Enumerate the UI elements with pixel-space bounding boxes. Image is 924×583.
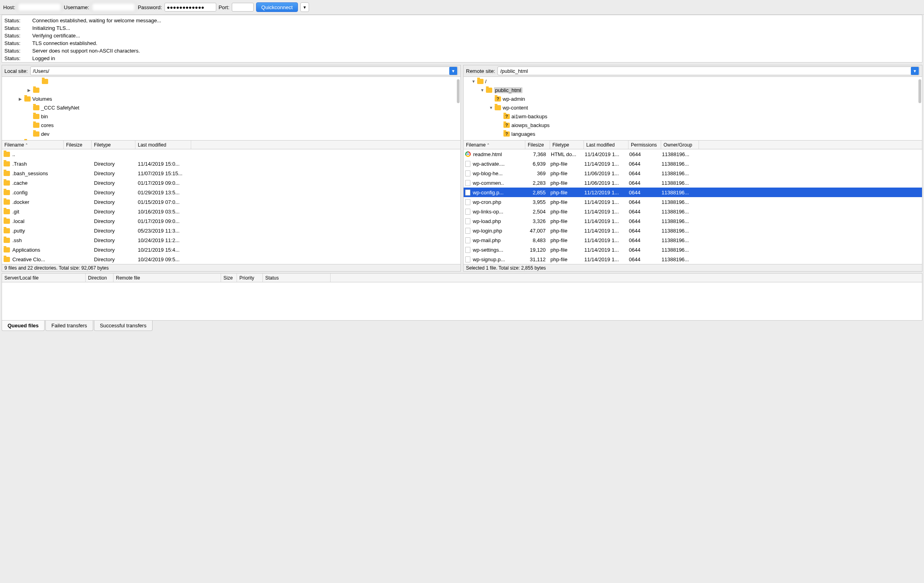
file-row[interactable]: wp-load.php3,326php-file11/14/2019 1...0… <box>464 216 922 226</box>
remote-path-dropdown[interactable]: ▼ <box>911 67 919 75</box>
file-row[interactable]: wp-mail.php8,483php-file11/14/2019 1...0… <box>464 235 922 245</box>
file-row[interactable]: wp-settings...19,120php-file11/14/2019 1… <box>464 245 922 254</box>
local-file-list[interactable]: ...TrashDirectory11/14/2019 15:0....bash… <box>2 149 460 264</box>
disclosure-icon[interactable]: ▼ <box>489 106 493 110</box>
file-row[interactable]: .localDirectory01/17/2019 09:0... <box>2 216 460 226</box>
file-row[interactable]: wp-cron.php3,955php-file11/14/2019 1...0… <box>464 197 922 207</box>
tree-item[interactable]: ?wp-admin <box>464 94 922 103</box>
tab-successful-transfers[interactable]: Successful transfers <box>94 321 153 331</box>
folder-unknown-icon: ? <box>495 96 501 102</box>
cell-owner-group: 11388196... <box>660 151 697 157</box>
file-row[interactable]: ApplicationsDirectory10/21/2019 15:4... <box>2 245 460 254</box>
remote-list-header[interactable]: Filename⌃ Filesize Filetype Last modifie… <box>464 141 922 149</box>
disclosure-icon[interactable]: ▼ <box>480 88 484 92</box>
tab-queued-files[interactable]: Queued files <box>2 321 45 331</box>
file-row[interactable]: .sshDirectory10/24/2019 11:2... <box>2 235 460 245</box>
scrollbar[interactable] <box>457 79 460 103</box>
col-priority[interactable]: Priority <box>237 274 263 282</box>
col-remote-file[interactable]: Remote file <box>114 274 221 282</box>
col-status[interactable]: Status <box>263 274 331 282</box>
col-filename[interactable]: Filename⌃ <box>2 141 64 149</box>
local-tree[interactable]: redacted folder▶redacted folder▶Volumes_… <box>2 77 460 141</box>
file-row[interactable]: readme.html7,368HTML do...11/14/2019 1..… <box>464 149 922 159</box>
folder-icon <box>33 105 39 110</box>
file-row[interactable]: wp-login.php47,007php-file11/14/2019 1..… <box>464 226 922 235</box>
tree-item[interactable]: ▼/ <box>464 77 922 86</box>
tree-item[interactable]: ▶etc <box>2 138 460 141</box>
tree-item[interactable]: dev <box>2 129 460 138</box>
tree-item[interactable]: ▶Volumes <box>2 94 460 103</box>
local-path-input[interactable] <box>49 68 449 74</box>
tree-item[interactable]: ▶redacted folder <box>2 86 460 94</box>
quickconnect-dropdown[interactable]: ▼ <box>300 2 309 12</box>
file-row[interactable]: Creative Clo...Directory10/24/2019 09:5.… <box>2 254 460 264</box>
cell-filetype: Directory <box>92 237 135 243</box>
disclosure-icon[interactable]: ▶ <box>19 141 23 141</box>
col-server-local-file[interactable]: Server/Local file <box>2 274 86 282</box>
file-row[interactable]: .gitDirectory10/16/2019 03:5... <box>2 207 460 216</box>
tree-item[interactable]: bin <box>2 112 460 121</box>
queue-body[interactable] <box>2 282 922 320</box>
tree-item[interactable]: ?languages <box>464 129 922 138</box>
disclosure-icon[interactable]: ▶ <box>19 97 23 101</box>
cell-owner-group: 11388196... <box>659 180 697 186</box>
file-row[interactable]: wp-blog-he...369php-file11/06/2019 1...0… <box>464 168 922 178</box>
cell-last-modified: 11/14/2019 15:0... <box>135 161 191 167</box>
log-message: Deleting "/public_html/wp-config-sample.… <box>32 62 136 63</box>
disclosure-icon[interactable]: ▶ <box>27 88 31 92</box>
tree-item[interactable]: ?ai1wm-backups <box>464 112 922 121</box>
file-row[interactable]: .TrashDirectory11/14/2019 15:0... <box>2 159 460 168</box>
col-permissions[interactable]: Permissions <box>628 141 661 149</box>
password-input[interactable] <box>164 3 216 12</box>
file-row[interactable]: wp-activate....6,939php-file11/14/2019 1… <box>464 159 922 168</box>
disclosure-icon[interactable]: ▼ <box>472 79 476 84</box>
cell-owner-group: 11388196... <box>659 237 697 243</box>
queue-header[interactable]: Server/Local file Direction Remote file … <box>2 274 922 282</box>
tree-item[interactable]: ▼wp-content <box>464 103 922 112</box>
file-row[interactable]: wp-commen..2,283php-file11/06/2019 1...0… <box>464 178 922 188</box>
remote-path-input[interactable] <box>498 68 911 74</box>
file-row[interactable]: .bash_sessionsDirectory11/07/2019 15:15.… <box>2 168 460 178</box>
cell-filename: readme.html <box>471 151 524 157</box>
file-row[interactable]: wp-config.p...2,855php-file11/12/2019 1.… <box>464 188 922 197</box>
tree-item[interactable]: ?aiowps_backups <box>464 121 922 129</box>
tab-failed-transfers[interactable]: Failed transfers <box>45 321 93 331</box>
file-row[interactable]: .puttyDirectory05/23/2019 11:3... <box>2 226 460 235</box>
username-input[interactable] <box>92 3 135 12</box>
queue-tabs: Queued files Failed transfers Successful… <box>2 321 922 331</box>
local-path-dropdown[interactable]: ▼ <box>449 67 457 75</box>
col-filename[interactable]: Filename⌃ <box>464 141 525 149</box>
file-row[interactable]: wp-links-op...2,504php-file11/14/2019 1.… <box>464 207 922 216</box>
col-filesize[interactable]: Filesize <box>64 141 92 149</box>
col-direction[interactable]: Direction <box>86 274 114 282</box>
col-filetype[interactable]: Filetype <box>92 141 135 149</box>
port-input[interactable] <box>232 3 254 12</box>
col-last-modified[interactable]: Last modified <box>135 141 191 149</box>
quickconnect-bar: Host: Username: Password: Port: Quickcon… <box>0 0 924 15</box>
col-filetype[interactable]: Filetype <box>550 141 584 149</box>
remote-file-list[interactable]: readme.html7,368HTML do...11/14/2019 1..… <box>464 149 922 264</box>
host-input[interactable] <box>18 3 61 12</box>
remote-tree[interactable]: ▼/▼public_html?wp-admin▼wp-content?ai1wm… <box>464 77 922 141</box>
tree-item[interactable]: cores <box>2 121 460 129</box>
col-size[interactable]: Size <box>221 274 237 282</box>
file-row[interactable]: .cacheDirectory01/17/2019 09:0... <box>2 178 460 188</box>
file-row[interactable]: .. <box>2 149 460 159</box>
cell-last-modified: 11/14/2019 1... <box>582 199 626 205</box>
col-last-modified[interactable]: Last modified <box>584 141 628 149</box>
file-row[interactable]: .dockerDirectory01/15/2019 07:0... <box>2 197 460 207</box>
log-pane[interactable]: Status:Connection established, waiting f… <box>2 15 922 63</box>
tree-item[interactable]: ▼public_html <box>464 86 922 94</box>
col-owner-group[interactable]: Owner/Group <box>661 141 699 149</box>
scrollbar[interactable] <box>918 79 921 103</box>
cell-filename: .docker <box>10 199 64 205</box>
tree-item[interactable]: redacted folder <box>2 77 460 86</box>
file-row[interactable]: wp-signup.p...31,112php-file11/14/2019 1… <box>464 254 922 264</box>
file-row[interactable]: .configDirectory01/29/2019 13:5... <box>2 188 460 197</box>
tree-item[interactable]: _CCC SafetyNet <box>2 103 460 112</box>
col-filesize[interactable]: Filesize <box>525 141 550 149</box>
folder-icon <box>4 200 10 205</box>
local-list-header[interactable]: Filename⌃ Filesize Filetype Last modifie… <box>2 141 460 149</box>
quickconnect-button[interactable]: Quickconnect <box>256 2 298 12</box>
file-icon <box>465 247 470 253</box>
